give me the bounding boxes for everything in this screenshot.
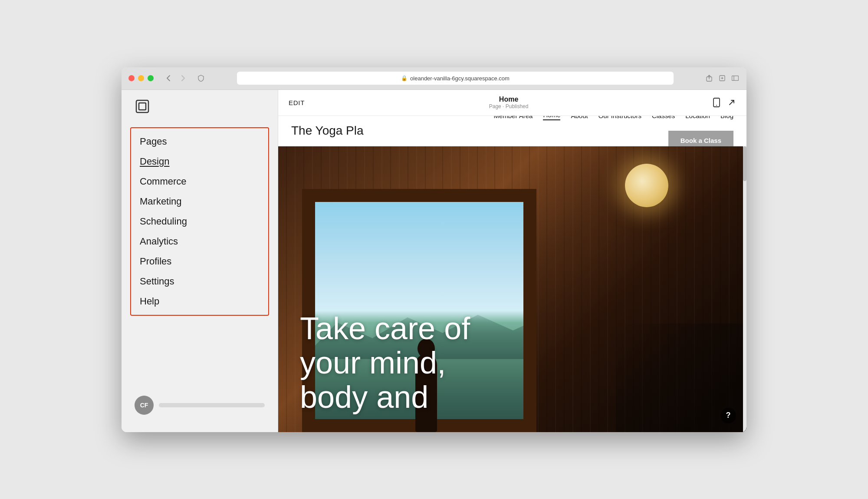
- forward-button[interactable]: [177, 73, 189, 83]
- sidebar-item-design[interactable]: Design: [131, 152, 268, 172]
- page-info: Home Page · Published: [305, 96, 713, 109]
- nav-link-location[interactable]: Location: [685, 116, 710, 120]
- help-button[interactable]: ?: [720, 408, 736, 423]
- security-icon: [196, 73, 206, 83]
- editor-icons: [713, 98, 736, 107]
- mobile-preview-icon[interactable]: [713, 98, 720, 107]
- lamp-globe: [625, 164, 668, 207]
- sidebar-item-analytics[interactable]: Analytics: [131, 231, 268, 251]
- main-content: Pages Design Commerce Marketing Scheduli…: [122, 90, 746, 432]
- svg-rect-4: [136, 100, 148, 112]
- sidebar-bottom: CF: [122, 387, 278, 423]
- page-title: Home: [305, 96, 713, 103]
- hero-line-1: Take care of: [300, 311, 470, 346]
- site-navbar: The Yoga Pla Member Area Home About Our …: [278, 116, 746, 146]
- scrollbar[interactable]: [743, 146, 746, 432]
- page-status: Page · Published: [305, 103, 713, 109]
- sidebar-item-pages[interactable]: Pages: [131, 132, 268, 152]
- nav-menu: Pages Design Commerce Marketing Scheduli…: [122, 127, 278, 387]
- sidebar-item-settings[interactable]: Settings: [131, 271, 268, 291]
- sidebar-item-commerce[interactable]: Commerce: [131, 172, 268, 192]
- back-button[interactable]: [162, 73, 174, 83]
- svg-point-7: [716, 105, 717, 106]
- hero-text: Take care of your mind, body and: [278, 294, 492, 432]
- editor-bar: EDIT Home Page · Published: [278, 90, 746, 116]
- external-link-icon[interactable]: [727, 98, 736, 107]
- hero-section: Take care of your mind, body and ?: [278, 146, 746, 432]
- site-logo-text: The Yoga Pla: [291, 124, 364, 138]
- title-bar: 🔒 oleander-vanilla-6gcy.squarespace.com: [122, 67, 746, 90]
- maximize-button[interactable]: [148, 75, 154, 81]
- nav-link-member-area[interactable]: Member Area: [493, 116, 533, 120]
- hero-line-2: your mind,: [300, 346, 470, 380]
- svg-rect-2: [732, 76, 739, 81]
- new-tab-icon[interactable]: [718, 74, 727, 83]
- nav-menu-box: Pages Design Commerce Marketing Scheduli…: [130, 127, 269, 316]
- url-text: oleander-vanilla-6gcy.squarespace.com: [410, 75, 510, 82]
- nav-link-blog[interactable]: Blog: [720, 116, 733, 120]
- nav-link-our-instructors[interactable]: Our Instructors: [598, 116, 641, 120]
- site-nav-links: Member Area Home About Our Instructors C…: [464, 116, 733, 151]
- sidebar-logo[interactable]: [122, 99, 278, 127]
- title-bar-actions: [705, 74, 740, 83]
- nav-link-about[interactable]: About: [571, 116, 588, 120]
- sidebar-item-profiles[interactable]: Profiles: [131, 251, 268, 271]
- traffic-lights: [128, 75, 154, 81]
- nav-link-classes[interactable]: Classes: [652, 116, 675, 120]
- lock-icon: 🔒: [401, 75, 408, 81]
- edit-button[interactable]: EDIT: [289, 99, 305, 106]
- browser-nav-buttons: [162, 73, 189, 83]
- scroll-thumb[interactable]: [743, 146, 746, 181]
- close-button[interactable]: [128, 75, 135, 81]
- browser-pane: EDIT Home Page · Published: [278, 90, 746, 432]
- hero-line-3: body and: [300, 380, 470, 414]
- user-info-bar: [159, 403, 265, 407]
- mac-window: 🔒 oleander-vanilla-6gcy.squarespace.com: [122, 67, 746, 432]
- user-avatar[interactable]: CF: [135, 396, 154, 415]
- website-preview: The Yoga Pla Member Area Home About Our …: [278, 116, 746, 432]
- url-bar[interactable]: 🔒 oleander-vanilla-6gcy.squarespace.com: [237, 72, 674, 85]
- sidebar-item-marketing[interactable]: Marketing: [131, 192, 268, 211]
- sidebar-toggle-icon[interactable]: [731, 74, 740, 83]
- svg-rect-5: [139, 103, 146, 110]
- hero-headline: Take care of your mind, body and: [300, 311, 470, 415]
- sidebar-item-scheduling[interactable]: Scheduling: [131, 211, 268, 231]
- share-icon[interactable]: [705, 74, 713, 83]
- sidebar: Pages Design Commerce Marketing Scheduli…: [122, 90, 278, 432]
- squarespace-logo: [135, 99, 150, 114]
- sidebar-item-help[interactable]: Help: [131, 291, 268, 311]
- minimize-button[interactable]: [138, 75, 144, 81]
- nav-link-home[interactable]: Home: [543, 116, 560, 121]
